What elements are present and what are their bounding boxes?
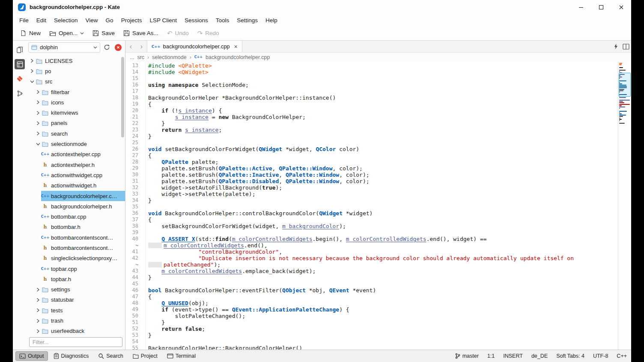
- code-line-42-wrap[interactable]: ↪paletteChanged");: [125, 261, 618, 268]
- tree-item-tests[interactable]: tests: [27, 305, 125, 315]
- history-back-button[interactable]: ‹: [125, 41, 136, 52]
- code-line-19[interactable]: 19{: [125, 101, 618, 107]
- expand-arrow-icon[interactable]: [35, 319, 41, 323]
- code-line-39[interactable]: 39: [125, 229, 618, 236]
- code-line-21[interactable]: 21 s_instance = new BackgroundColorHelpe…: [125, 114, 618, 120]
- code-line-13[interactable]: 13#include <QPalette>: [125, 62, 618, 69]
- panel-button-diagnostics[interactable]: Diagnostics: [50, 351, 93, 361]
- tree-item-settings[interactable]: settings: [27, 285, 125, 295]
- project-selector[interactable]: dolphin: [28, 42, 100, 53]
- code-line-23[interactable]: 23 return s_instance;: [125, 127, 618, 133]
- code-line-50[interactable]: 50 slotPaletteChanged();: [125, 313, 618, 319]
- expand-arrow-icon[interactable]: [35, 90, 41, 94]
- code-line-42[interactable]: 42 "Duplicate insertion is not necessary…: [125, 255, 618, 261]
- expand-arrow-icon[interactable]: [35, 329, 41, 333]
- code-line-16[interactable]: 16using namespace SelectionMode;: [125, 82, 618, 88]
- tree-item-backgroundcolorhelper-c-[interactable]: C++backgroundcolorhelper.c…: [27, 191, 125, 201]
- tree-item-icons[interactable]: icons: [27, 97, 125, 107]
- tree-item-topbar-h[interactable]: htopbar.h: [27, 274, 125, 284]
- collapse-arrow-icon[interactable]: [29, 80, 35, 84]
- code-line-37[interactable]: 37{: [125, 217, 618, 223]
- tree-item-actiontexthelper-h[interactable]: hactiontexthelper.h: [27, 160, 125, 170]
- tree-item-trash[interactable]: trash: [27, 315, 125, 326]
- tree-item-po[interactable]: po: [27, 66, 125, 76]
- close-project-button[interactable]: ✕: [113, 42, 123, 53]
- expand-arrow-icon[interactable]: [29, 59, 35, 63]
- code-line-45[interactable]: 45: [125, 281, 618, 287]
- expand-arrow-icon[interactable]: [35, 288, 41, 292]
- code-line-49[interactable]: 49 if (event->type() == QEvent::Applicat…: [125, 306, 618, 313]
- reload-project-button[interactable]: [101, 42, 112, 53]
- panel-button-search[interactable]: Search: [94, 351, 127, 361]
- tree-item-bottombarcontentscont-[interactable]: C++bottombarcontentscont…: [27, 232, 125, 243]
- minimize-button[interactable]: [571, 0, 591, 14]
- code-line-32[interactable]: 32 widget->setAutoFillBackground(true);: [125, 184, 618, 191]
- code-line-33[interactable]: 33 widget->setPalette(palette);: [125, 191, 618, 197]
- menu-sessions[interactable]: Sessions: [181, 16, 212, 25]
- tree-item-actiontexthelper-cpp[interactable]: C++actiontexthelper.cpp: [27, 149, 125, 160]
- encoding[interactable]: UTF-8: [593, 353, 608, 359]
- code-line-34[interactable]: 34}: [125, 197, 618, 204]
- minimap-scrollbar[interactable]: [618, 62, 631, 350]
- menu-edit[interactable]: Edit: [33, 16, 50, 25]
- tree-item-topbar-cpp[interactable]: C++topbar.cpp: [27, 264, 125, 274]
- tree-scrollbar[interactable]: [121, 57, 124, 137]
- syntax-mode[interactable]: C++: [617, 353, 627, 359]
- code-line-52[interactable]: 52 return false;: [125, 326, 618, 332]
- lightning-icon[interactable]: [611, 41, 621, 52]
- split-view-icon[interactable]: [621, 41, 631, 52]
- breadcrumb-item-1[interactable]: src: [137, 54, 144, 60]
- menu-file[interactable]: File: [15, 16, 33, 25]
- git-branch-status[interactable]: master: [455, 353, 479, 359]
- menu-tools[interactable]: Tools: [212, 16, 233, 25]
- panel-button-terminal[interactable]: Terminal: [163, 351, 200, 361]
- projects-tool-button[interactable]: [15, 59, 25, 69]
- code-line-40[interactable]: 40 Q_ASSERT_X(std::find(m_colorControlle…: [125, 236, 618, 242]
- tree-item-panels[interactable]: panels: [27, 118, 125, 128]
- symbols-tool-button[interactable]: [15, 88, 25, 98]
- code-line-54[interactable]: 54: [125, 338, 618, 345]
- tab-close-icon[interactable]: ×: [234, 43, 238, 50]
- menu-lsp-client[interactable]: LSP Client: [146, 16, 181, 25]
- save-as-button[interactable]: Save As...: [119, 28, 162, 38]
- cursor-position[interactable]: 1:1: [487, 353, 495, 359]
- documents-tool-button[interactable]: [15, 45, 25, 55]
- breadcrumb-item-3[interactable]: backgroundcolorhelper.cpp: [206, 54, 270, 60]
- code-line-48[interactable]: 48 Q_UNUSED(obj);: [125, 300, 618, 306]
- tree-item-bottombar-h[interactable]: hbottombar.h: [27, 222, 125, 232]
- tree-item-actionwithwidget-h[interactable]: hactionwithwidget.h: [27, 181, 125, 191]
- tree-item-backgroundcolorhelper-h[interactable]: hbackgroundcolorhelper.h: [27, 201, 125, 211]
- code-line-27[interactable]: 27{: [125, 152, 618, 159]
- code-line-43[interactable]: 43 m_colorControlledWidgets.emplace_back…: [125, 268, 618, 274]
- code-line-41[interactable]: 41 "controlBackgroundColor",: [125, 249, 618, 255]
- code-line-25[interactable]: 25: [125, 139, 618, 146]
- tab-settings[interactable]: Soft Tabs: 4: [556, 353, 584, 359]
- tree-item-filterbar[interactable]: filterbar: [27, 87, 125, 97]
- new-button[interactable]: New: [16, 28, 45, 38]
- expand-arrow-icon[interactable]: [35, 308, 41, 312]
- maximize-button[interactable]: [591, 0, 611, 14]
- tree-item-search[interactable]: search: [27, 128, 125, 139]
- tree-item-selectionmode[interactable]: selectionmode: [27, 139, 125, 149]
- code-line-22[interactable]: 22 }: [125, 120, 618, 127]
- save-button[interactable]: Save: [89, 28, 119, 38]
- menu-settings[interactable]: Settings: [233, 16, 262, 25]
- breadcrumb-item-0[interactable]: ...: [130, 54, 134, 60]
- menu-selection[interactable]: Selection: [50, 16, 82, 25]
- code-line-18[interactable]: 18BackgroundColorHelper *BackgroundColor…: [125, 95, 618, 101]
- code-line-51[interactable]: 51 }: [125, 319, 618, 326]
- expand-arrow-icon[interactable]: [35, 131, 41, 136]
- menu-go[interactable]: Go: [102, 16, 117, 25]
- code-line-15[interactable]: 15: [125, 75, 618, 82]
- code-line-24[interactable]: 24}: [125, 133, 618, 139]
- expand-arrow-icon[interactable]: [35, 111, 41, 115]
- expand-arrow-icon[interactable]: [29, 69, 35, 73]
- input-mode[interactable]: INSERT: [503, 353, 523, 359]
- code-line-30[interactable]: 30 palette.setBrush(QPalette::Inactive, …: [125, 172, 618, 178]
- dictionary[interactable]: de_DE: [531, 353, 548, 359]
- expand-arrow-icon[interactable]: [35, 298, 41, 302]
- redo-button[interactable]: ↷Redo: [194, 28, 223, 38]
- code-line-28[interactable]: 28 QPalette palette;: [125, 159, 618, 165]
- code-line-44[interactable]: 44}: [125, 274, 618, 281]
- code-area[interactable]: 13#include <QPalette>14#include <QWidget…: [125, 62, 618, 350]
